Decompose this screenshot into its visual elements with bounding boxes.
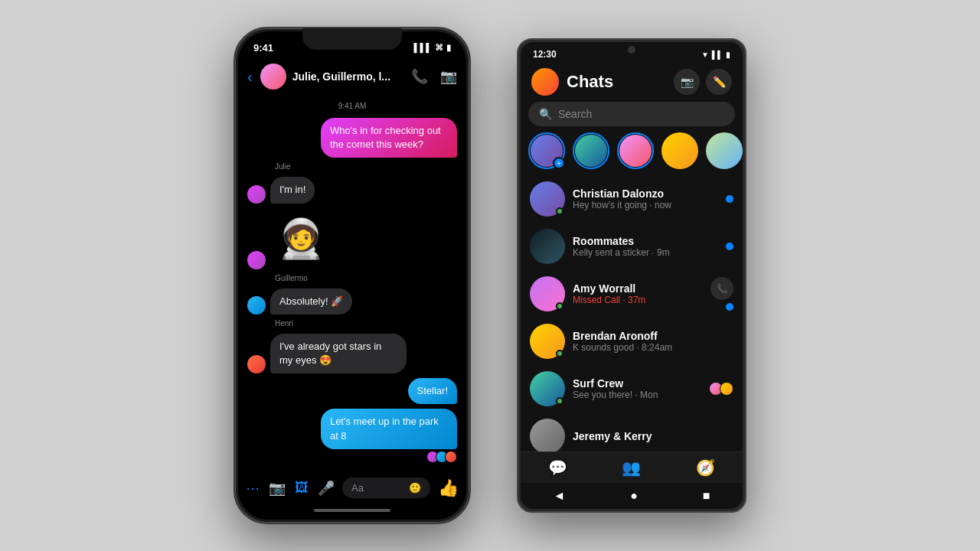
group-avatar: [260, 64, 286, 90]
chat-item[interactable]: Amy Worrall Missed Call · 37m 📞: [521, 270, 743, 318]
story-item[interactable]: [706, 132, 743, 169]
chat-preview: Missed Call · 37m: [573, 295, 703, 305]
camera-button[interactable]: 📷: [674, 69, 700, 95]
profile-picture[interactable]: [531, 68, 559, 96]
message-timestamp: 9:41 AM: [247, 102, 457, 110]
like-button[interactable]: 👍: [438, 478, 459, 498]
online-indicator: [556, 302, 564, 310]
story-avatar-img: [619, 135, 652, 167]
chat-bubble-icon: 💬: [548, 458, 567, 477]
chat-preview: See you there! · Mon: [573, 390, 704, 400]
story-item[interactable]: [662, 132, 698, 169]
avatar: [247, 355, 266, 373]
chat-item[interactable]: Roommates Kelly sent a sticker · 9m: [521, 223, 743, 270]
chat-item[interactable]: Christian Dalonzo Hey how's it going · n…: [521, 175, 743, 223]
chat-item[interactable]: Surf Crew See you there! · Mon: [521, 365, 743, 412]
input-placeholder: Aa: [351, 482, 364, 494]
battery-icon: ▮: [446, 43, 451, 53]
android-status-icons: ▼ ▌▌ ▮: [701, 51, 730, 59]
people-nav-tab[interactable]: 👥: [622, 458, 641, 477]
home-button[interactable]: ●: [630, 489, 638, 503]
message-row: I've already got stars in my eyes 😍: [247, 334, 457, 373]
search-bar[interactable]: 🔍 Search: [528, 102, 735, 126]
message-row: I'm in!: [247, 177, 457, 203]
avatar: [247, 296, 266, 315]
apps-icon[interactable]: ⋯: [246, 480, 260, 497]
signal-icon: ▌▌▌: [414, 43, 432, 52]
pencil-icon: ✏️: [713, 76, 726, 88]
message-bubble: Stellar!: [408, 378, 457, 404]
message-input[interactable]: Aa 🙂: [342, 478, 430, 498]
camera-icon: 📷: [681, 76, 694, 88]
bottom-nav: 💬 👥 🧭: [521, 452, 743, 483]
chat-list: Christian Dalonzo Hey how's it going · n…: [521, 175, 743, 452]
seen-avatar: [445, 451, 457, 463]
message-row: Let's meet up in the park at 8: [247, 409, 457, 448]
compass-icon: 🧭: [696, 458, 715, 477]
input-bar: ⋯ 📷 🖼 🎤 Aa 🙂 👍: [238, 471, 466, 501]
wifi-icon: ⌘: [435, 43, 443, 53]
chat-header: ‹ Julie, Guillermo, l... 📞 📷: [238, 59, 466, 96]
message-bubble: Who's in for checking out the comet this…: [321, 118, 457, 158]
android-camera: [628, 46, 635, 54]
chat-item[interactable]: Brendan Aronoff K sounds good · 8:24am: [521, 318, 743, 365]
story-item[interactable]: +: [528, 132, 565, 169]
avatar: [530, 324, 565, 359]
avatar: [530, 371, 565, 406]
chat-name: Christian Dalonzo: [573, 187, 718, 200]
avatar: [530, 229, 565, 264]
back-button[interactable]: ‹: [247, 68, 253, 86]
sender-label: Henri: [275, 319, 457, 328]
chat-item[interactable]: Jeremy & Kerry: [521, 412, 743, 452]
avatar: [530, 419, 565, 452]
story-item[interactable]: [617, 132, 654, 169]
messages-area: 9:41 AM Who's in for checking out the co…: [238, 96, 466, 471]
chats-nav-tab[interactable]: 💬: [548, 458, 567, 477]
unread-badge: [726, 195, 733, 203]
compose-button[interactable]: ✏️: [706, 69, 732, 95]
message-row: Stellar!: [247, 378, 457, 404]
sender-label: Julie: [275, 162, 457, 171]
avatar: [247, 251, 266, 269]
story-item[interactable]: [573, 132, 609, 169]
mic-icon[interactable]: 🎤: [318, 480, 335, 497]
chat-meta: [712, 382, 733, 396]
mini-avatar: [720, 382, 733, 396]
chat-meta: 📞: [710, 277, 733, 311]
message-bubble: Let's meet up in the park at 8: [321, 409, 457, 448]
battery-icon: ▮: [726, 51, 730, 59]
message-row: Who's in for checking out the comet this…: [247, 118, 457, 158]
search-input[interactable]: Search: [558, 108, 592, 120]
recents-button[interactable]: ■: [703, 489, 710, 503]
chat-info: Jeremy & Kerry: [573, 430, 726, 442]
photo-icon[interactable]: 🖼: [295, 480, 309, 497]
iphone-status-icons: ▌▌▌ ⌘ ▮: [414, 43, 451, 53]
chat-info: Brendan Aronoff K sounds good · 8:24am: [573, 330, 726, 353]
phone-icon[interactable]: 📞: [411, 68, 428, 85]
signal-icon: ▌▌: [712, 51, 723, 59]
home-bar: [314, 509, 390, 512]
back-button[interactable]: ◄: [553, 489, 565, 503]
camera-icon[interactable]: 📷: [269, 480, 286, 497]
message-bubble: I'm in!: [270, 177, 315, 203]
chats-header: Chats 📷 ✏️: [521, 64, 743, 102]
message-row: Absolutely! 🚀: [247, 289, 457, 315]
unread-badge: [726, 303, 733, 311]
avatar: [530, 276, 565, 311]
video-icon[interactable]: 📷: [440, 68, 457, 85]
iphone-screen: 9:41 ▌▌▌ ⌘ ▮ ‹ Julie, Guillermo, l... 📞 …: [238, 31, 466, 520]
android-nav-bar: ◄ ● ■: [521, 483, 743, 509]
chat-info: Christian Dalonzo Hey how's it going · n…: [573, 187, 718, 210]
iphone-notch: [302, 28, 402, 50]
chat-info: Amy Worrall Missed Call · 37m: [573, 282, 703, 305]
message-bubble: I've already got stars in my eyes 😍: [270, 334, 407, 373]
add-story-icon: +: [553, 157, 565, 169]
call-icon: 📞: [710, 277, 733, 300]
story-avatar-img: [575, 135, 607, 167]
discover-nav-tab[interactable]: 🧭: [696, 458, 715, 477]
iphone-time: 9:41: [253, 42, 273, 54]
emoji-icon[interactable]: 🙂: [409, 482, 421, 494]
header-icons: 📷 ✏️: [674, 69, 732, 95]
page-title: Chats: [567, 72, 674, 92]
wifi-icon: ▼: [701, 51, 709, 59]
